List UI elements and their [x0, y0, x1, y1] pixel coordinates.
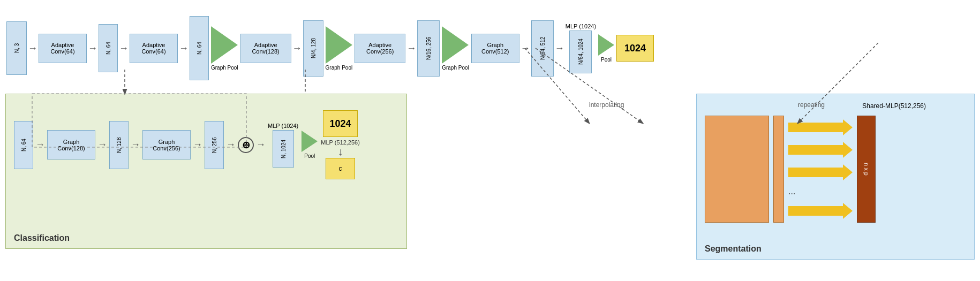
cls-c-out-box: c — [326, 158, 355, 179]
adaptive-conv64a-node: Adaptive Conv(64) — [39, 34, 87, 63]
seg-arrow-3 — [788, 164, 853, 180]
seg-arrows-col: ... — [788, 116, 853, 223]
cls-down-arrow: ↓ — [338, 146, 343, 158]
cls-arrow-4 — [193, 139, 202, 150]
classification-region: N, 64 Graph Conv(128) N, 128 Graph Conv(… — [5, 94, 407, 249]
n4-128-node: N/4, 128 — [303, 20, 323, 77]
pool-label-top: Pool — [601, 57, 612, 63]
arrow-7 — [521, 43, 530, 54]
adaptive-conv128-node: Adaptive Conv(128) — [240, 34, 291, 63]
n64-1024-node: N/64, 1024 — [569, 31, 592, 73]
cls-gconv256-node: Graph Conv(256) — [142, 130, 191, 160]
n64b-node: N, 64 — [190, 16, 209, 80]
seg-feature-rect-2 — [773, 116, 784, 223]
cls-gconv128-node: Graph Conv(128) — [47, 130, 95, 160]
plus-circle: ⊕ — [238, 137, 254, 153]
seg-arrow-1 — [788, 119, 853, 135]
seg-arrow-4 — [788, 203, 853, 219]
seg-content: ... n x p — [705, 116, 876, 223]
cls-n64-node: N, 64 — [14, 121, 33, 169]
adaptive-conv256-node: Adaptive Conv(256) — [355, 34, 405, 63]
n64-512-node: N/64, 512 — [531, 20, 554, 77]
graph-conv512-node: Graph Conv(512) — [471, 34, 519, 63]
cls-pool-label: Pool — [304, 153, 315, 159]
segmentation-label: Segmentation — [705, 244, 762, 254]
n64a-node: N, 64 — [99, 24, 118, 72]
cls-mlp-1024-label: MLP (1024) — [268, 123, 298, 129]
arrow-6 — [406, 43, 416, 54]
arrow-3 — [119, 43, 129, 54]
seg-feature-rect-1 — [705, 116, 769, 223]
graph-pool-3 — [442, 26, 469, 64]
cls-n256-node: N, 256 — [205, 121, 224, 169]
input-points-node: N, 3 — [6, 21, 27, 75]
diagram-container: N, 3 Adaptive Conv(64) N, 64 Adaptive Co… — [0, 0, 980, 281]
mlp-1024-top-label: MLP (1024) — [566, 23, 596, 29]
cls-n1024-node: N, 1024 — [273, 130, 294, 168]
arrow-8 — [555, 43, 564, 54]
classification-row: N, 64 Graph Conv(128) N, 128 Graph Conv(… — [14, 110, 360, 179]
cls-mlp-down-label: MLP (512,256) — [321, 139, 360, 146]
cls-arrow-1 — [35, 139, 45, 150]
arrow-1 — [28, 43, 37, 54]
cls-n128-node: N, 128 — [109, 121, 129, 169]
n16-256-node: N/16, 256 — [417, 20, 440, 77]
classification-label: Classification — [14, 233, 70, 243]
arrow-4 — [179, 43, 189, 54]
arrow-2 — [88, 43, 97, 54]
feat-1024-box: 1024 — [616, 35, 654, 62]
graph-pool-3-label: Graph Pool — [442, 65, 469, 71]
arrow-5 — [292, 43, 302, 54]
graph-pool-1 — [211, 26, 238, 64]
seg-dots: ... — [788, 187, 853, 196]
svg-text:interpolating: interpolating — [589, 101, 624, 109]
seg-arrow-2 — [788, 142, 853, 158]
shared-mlp-label: Shared-MLP(512,256) — [862, 102, 926, 110]
pool-triangle-top — [598, 34, 614, 56]
cls-arrow-2 — [97, 139, 107, 150]
cls-arrow-6 — [256, 139, 266, 150]
adaptive-conv64b-node: Adaptive Conv(64) — [130, 34, 178, 63]
graph-pool-2-label: Graph Pool — [326, 65, 353, 71]
seg-output-rect: n x p — [857, 116, 876, 223]
segmentation-region: Shared-MLP(512,256) ... n x p Segmentati… — [696, 94, 975, 260]
cls-arrow-5 — [226, 139, 236, 150]
graph-pool-2 — [326, 26, 352, 64]
graph-pool-1-label: Graph Pool — [211, 65, 238, 71]
cls-pool-triangle — [301, 131, 318, 152]
cls-feat-1024-box: 1024 — [323, 110, 358, 137]
cls-arrow-3 — [131, 139, 140, 150]
